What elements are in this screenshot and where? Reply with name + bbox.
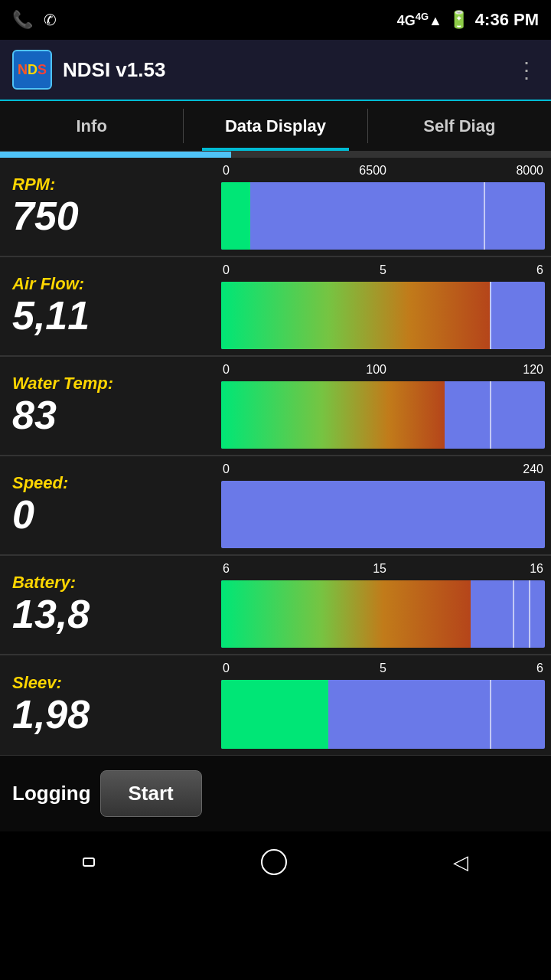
gauge-label-area-battery: Battery: 13,8 xyxy=(0,573,218,636)
app-logo-text: NDS xyxy=(18,63,47,77)
gauge-scale-watertemp: 0 100 120 xyxy=(221,361,545,378)
bottom-bar: Logging Start xyxy=(0,755,551,831)
gauge-chart-rpm: 0 6500 8000 xyxy=(218,158,551,256)
gauge-scale-battery: 6 15 16 xyxy=(221,560,545,577)
gauge-fill-rpm xyxy=(221,182,250,250)
app-bar: NDS NDSI v1.53 ⋮ xyxy=(0,40,551,101)
gauge-scale-airflow: 0 5 6 xyxy=(221,262,545,279)
app-title: NDSI v1.53 xyxy=(63,58,516,82)
gauge-fill-battery xyxy=(221,580,471,648)
missed-call-icon: ✆ xyxy=(44,11,57,29)
gauge-label-watertemp: Water Temp: xyxy=(12,374,218,394)
gauge-label-airflow: Air Flow: xyxy=(12,274,218,294)
gauge-bar-watertemp xyxy=(221,381,545,449)
gauge-row-rpm: RPM: 750 0 6500 8000 xyxy=(0,158,551,257)
gauge-row-airflow: Air Flow: 5,11 0 5 6 xyxy=(0,257,551,357)
gauge-value-battery: 13,8 xyxy=(12,593,218,636)
gauge-chart-battery: 6 15 16 xyxy=(218,556,551,654)
gauge-value-rpm: 750 xyxy=(12,194,218,238)
gauge-row-battery: Battery: 13,8 6 15 16 xyxy=(0,556,551,655)
top-progress-fill xyxy=(0,152,231,158)
gauge-label-battery: Battery: xyxy=(12,573,218,593)
gauge-label-area-sleev: Sleev: 1,98 xyxy=(0,673,218,737)
gauge-label-speed: Speed: xyxy=(12,473,218,493)
gauge-bar-speed xyxy=(221,481,545,548)
status-left-icons: 📞 ✆ xyxy=(12,10,57,30)
gauge-row-speed: Speed: 0 0 240 xyxy=(0,456,551,556)
status-bar: 📞 ✆ 4G4G▲ 🔋 4:36 PM xyxy=(0,0,551,40)
gauge-row-sleev: Sleev: 1,98 0 5 6 xyxy=(0,655,551,755)
gauge-scale-sleev: 0 5 6 xyxy=(221,660,545,677)
gauge-value-watertemp: 83 xyxy=(12,394,218,437)
battery-icon: 🔋 xyxy=(448,10,469,30)
gauge-fill-airflow xyxy=(221,282,490,349)
data-display-area: RPM: 750 0 6500 8000 Air Flow: 5,11 0 5 … xyxy=(0,158,551,755)
gauge-label-area-airflow: Air Flow: 5,11 xyxy=(0,274,218,338)
nav-back-button[interactable]: ◁ xyxy=(453,851,468,874)
tab-data-display[interactable]: Data Display xyxy=(184,101,367,151)
gauge-threshold-watertemp xyxy=(490,381,491,449)
gauge-scale-rpm: 0 6500 8000 xyxy=(221,162,545,179)
signal-indicator: 4G4G▲ xyxy=(397,11,442,29)
gauge-bar-airflow xyxy=(221,282,545,349)
gauge-chart-sleev: 0 5 6 xyxy=(218,655,551,755)
viber-icon: 📞 xyxy=(12,10,33,30)
gauge-label-rpm: RPM: xyxy=(12,175,218,194)
gauge-threshold-airflow xyxy=(490,282,491,349)
time-display: 4:36 PM xyxy=(475,10,539,30)
tab-self-diag[interactable]: Self Diag xyxy=(368,101,551,151)
nav-home-button[interactable] xyxy=(261,849,287,875)
gauge-label-area-speed: Speed: 0 xyxy=(0,473,218,537)
status-right: 4G4G▲ 🔋 4:36 PM xyxy=(397,10,539,30)
gauge-threshold-sleev xyxy=(490,680,491,749)
gauge-threshold2-battery xyxy=(529,580,530,648)
gauge-bar-sleev xyxy=(221,680,545,749)
start-button[interactable]: Start xyxy=(100,770,202,817)
top-progress-bar xyxy=(0,152,551,158)
gauge-threshold-battery xyxy=(513,580,514,648)
gauge-bar-battery xyxy=(221,580,545,648)
gauge-row-watertemp: Water Temp: 83 0 100 120 xyxy=(0,357,551,456)
gauge-scale-speed: 0 240 xyxy=(221,461,545,478)
gauge-label-area-rpm: RPM: 750 xyxy=(0,175,218,238)
nav-square-button[interactable] xyxy=(83,858,95,867)
gauge-fill-watertemp xyxy=(221,381,445,449)
gauge-chart-airflow: 0 5 6 xyxy=(218,257,551,355)
gauge-fill-sleev xyxy=(221,680,328,749)
app-logo: NDS xyxy=(12,50,52,90)
gauge-bar-rpm xyxy=(221,182,545,250)
gauge-label-sleev: Sleev: xyxy=(12,673,218,693)
gauge-chart-watertemp: 0 100 120 xyxy=(218,357,551,455)
gauge-threshold-rpm xyxy=(484,182,485,250)
gauge-value-airflow: 5,11 xyxy=(12,294,218,338)
gauge-chart-speed: 0 240 xyxy=(218,456,551,554)
gauge-value-speed: 0 xyxy=(12,493,218,537)
tab-bar: Info Data Display Self Diag xyxy=(0,101,551,152)
android-nav-bar: ◁ xyxy=(0,831,551,893)
gauge-value-sleev: 1,98 xyxy=(12,693,218,737)
tab-info[interactable]: Info xyxy=(0,101,183,151)
logging-label: Logging xyxy=(12,782,91,805)
menu-button[interactable]: ⋮ xyxy=(516,57,539,83)
gauge-label-area-watertemp: Water Temp: 83 xyxy=(0,374,218,437)
